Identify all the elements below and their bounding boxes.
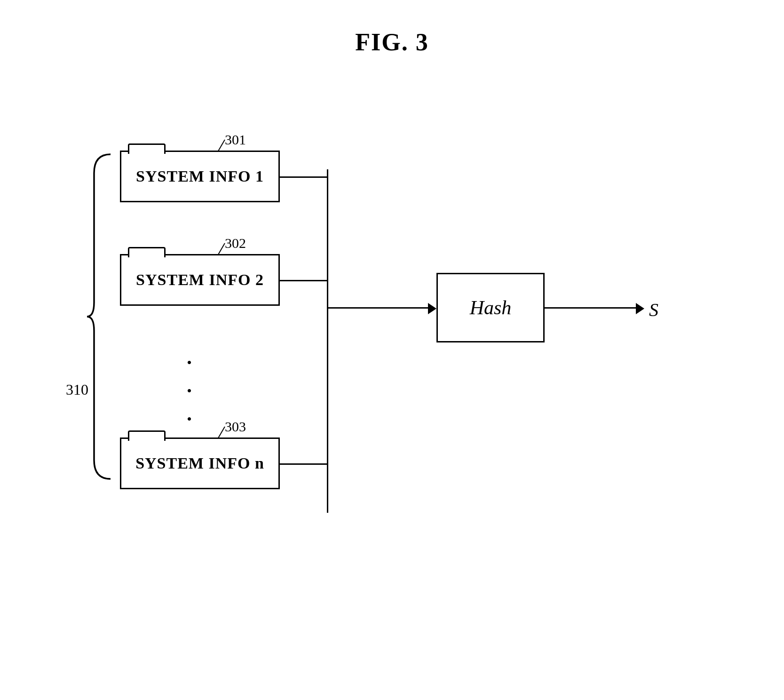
ref-302: 302 <box>225 235 246 251</box>
arrowhead-to-hash <box>428 303 436 314</box>
diagram-container: 310 301 302 303 SYSTEM INFO 1 SYSTEM INF… <box>47 94 737 659</box>
hash-box-label: Hash <box>470 296 512 319</box>
connector-vertical <box>327 169 328 513</box>
group-brace <box>85 150 118 484</box>
ref-tick-302 <box>218 243 225 255</box>
system-info-2-label: SYSTEM INFO 2 <box>136 271 264 289</box>
connector-h1 <box>280 176 328 178</box>
page: FIG. 3 310 301 302 303 SYSTEM INFO 1 SYS… <box>0 0 784 700</box>
arrowhead-to-s <box>636 303 644 314</box>
system-info-2-box: SYSTEM INFO 2 <box>120 254 280 306</box>
ref-303: 303 <box>225 419 246 435</box>
group-label: 310 <box>66 381 88 398</box>
system-info-1-box: SYSTEM INFO 1 <box>120 151 280 202</box>
output-label: S <box>649 299 658 321</box>
system-info-1-label: SYSTEM INFO 1 <box>136 167 264 185</box>
system-info-n-tab <box>128 430 166 441</box>
hash-box: Hash <box>436 273 545 342</box>
ref-tick-303 <box>218 426 225 438</box>
connector-h3 <box>280 463 328 465</box>
ellipsis-dots: ··· <box>186 348 195 433</box>
figure-title: FIG. 3 <box>355 28 428 56</box>
connector-h2 <box>280 280 328 281</box>
arrow-to-s <box>545 307 639 309</box>
ref-tick-301 <box>218 139 225 151</box>
arrow-to-hash <box>327 307 430 309</box>
ref-301: 301 <box>225 132 246 148</box>
system-info-n-label: SYSTEM INFO n <box>135 454 264 472</box>
system-info-2-tab <box>128 247 166 257</box>
system-info-n-box: SYSTEM INFO n <box>120 438 280 489</box>
system-info-1-tab <box>128 143 166 154</box>
